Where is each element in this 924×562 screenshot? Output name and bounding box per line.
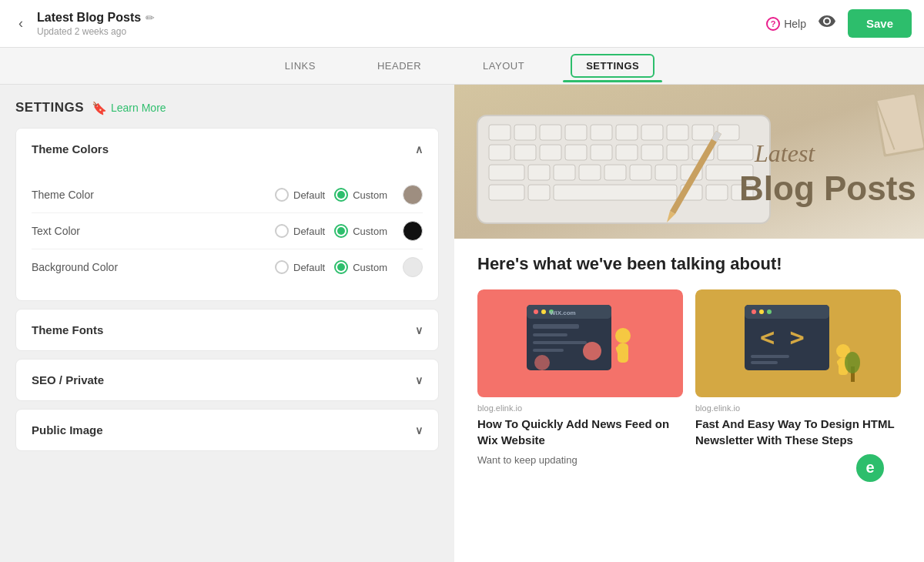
svg-rect-12 — [489, 145, 511, 160]
svg-point-62 — [767, 309, 772, 314]
right-panel: Latest Blog Posts Here's what we've been… — [454, 85, 924, 562]
preview-body: Here's what we've been talking about! — [454, 239, 924, 491]
radio-outer-custom-text — [334, 224, 348, 238]
settings-title: SETTINGS — [15, 100, 84, 115]
help-icon: ? — [766, 17, 780, 31]
svg-rect-25 — [579, 165, 601, 180]
color-row-bg: Background Color Default Custom — [32, 249, 423, 285]
svg-rect-6 — [591, 125, 612, 140]
theme-fonts-header[interactable]: Theme Fonts ∨ — [16, 309, 438, 350]
svg-rect-7 — [616, 125, 638, 140]
seo-private-header[interactable]: SEO / Private ∨ — [16, 360, 438, 400]
help-button[interactable]: ? Help — [766, 17, 806, 31]
color-swatch-theme[interactable] — [403, 185, 423, 205]
back-button[interactable]: ‹ — [12, 12, 29, 35]
theme-fonts-accordion: Theme Fonts ∨ — [15, 309, 439, 351]
color-swatch-text[interactable] — [403, 221, 423, 241]
svg-rect-33 — [554, 185, 677, 200]
color-options-text: Default Custom — [275, 221, 423, 241]
top-bar-left: ‹ Latest Blog Posts ✏ Updated 2 weeks ag… — [12, 11, 155, 37]
theme-colors-header[interactable]: Theme Colors ∧ — [16, 129, 438, 169]
radio-outer-custom-bg — [334, 260, 348, 274]
tab-header[interactable]: HEADER — [346, 51, 452, 81]
svg-rect-49 — [533, 333, 567, 336]
radio-label-default-bg: Default — [293, 262, 325, 273]
svg-rect-15 — [565, 145, 587, 160]
card-desc-1: Want to keep updating — [477, 453, 683, 468]
tab-layout[interactable]: LAYOUT — [452, 51, 555, 81]
color-swatch-bg[interactable] — [403, 257, 423, 277]
color-row-theme: Theme Color Default Custom — [32, 177, 423, 213]
public-image-accordion: Public Image ∨ — [15, 409, 439, 451]
preview-tagline: Here's what we've been talking about! — [477, 254, 901, 274]
radio-custom-bg[interactable]: Custom — [334, 260, 387, 274]
radio-outer-default-bg — [275, 260, 289, 274]
svg-point-53 — [534, 355, 550, 370]
svg-rect-22 — [489, 165, 524, 180]
help-label: Help — [784, 18, 806, 30]
svg-point-60 — [752, 309, 756, 314]
blog-latest-text: Latest — [754, 139, 815, 167]
learn-more-button[interactable]: 🔖 Learn More — [92, 101, 166, 115]
svg-rect-51 — [533, 349, 564, 352]
learn-more-label: Learn More — [111, 102, 166, 114]
preview-button[interactable] — [819, 15, 835, 32]
color-label-text: Text Color — [32, 225, 275, 237]
svg-rect-23 — [528, 165, 550, 180]
blog-cards: WiX.com blog.elink.io How To Quickly Add… — [477, 289, 901, 468]
radio-default-text[interactable]: Default — [275, 224, 325, 238]
svg-rect-9 — [667, 125, 688, 140]
settings-header: SETTINGS 🔖 Learn More — [15, 100, 439, 115]
svg-point-52 — [583, 342, 601, 360]
radio-default-bg[interactable]: Default — [275, 260, 325, 274]
radio-custom-theme[interactable]: Custom — [334, 188, 387, 202]
svg-rect-35 — [706, 185, 728, 200]
card-title-1: How To Quickly Add News Feed on Wix Webs… — [477, 416, 683, 448]
blog-card-1: WiX.com blog.elink.io How To Quickly Add… — [477, 289, 683, 468]
radio-default-theme[interactable]: Default — [275, 188, 325, 202]
page-title: Latest Blog Posts — [37, 11, 141, 25]
svg-point-61 — [759, 309, 764, 314]
svg-rect-5 — [565, 125, 587, 140]
chevron-down-icon-fonts: ∨ — [415, 324, 423, 336]
theme-colors-label: Theme Colors — [32, 142, 109, 156]
chevron-up-icon: ∧ — [415, 143, 423, 156]
svg-rect-28 — [655, 165, 677, 180]
public-image-header[interactable]: Public Image ∨ — [16, 410, 438, 450]
radio-custom-text[interactable]: Custom — [334, 224, 387, 238]
radio-outer-default-text — [275, 224, 289, 238]
radio-label-default-theme: Default — [293, 189, 325, 201]
chevron-down-icon-image: ∨ — [415, 424, 423, 437]
theme-colors-body: Theme Color Default Custom — [16, 169, 438, 300]
svg-rect-48 — [533, 324, 579, 329]
radio-inner-custom-theme — [337, 191, 345, 199]
svg-rect-11 — [718, 125, 739, 140]
edit-icon[interactable]: ✏ — [146, 12, 155, 24]
svg-point-54 — [615, 328, 631, 343]
radio-label-default-text: Default — [293, 226, 325, 237]
page-info: Latest Blog Posts ✏ Updated 2 weeks ago — [37, 11, 155, 37]
card-image-1: WiX.com — [477, 289, 683, 397]
theme-colors-accordion: Theme Colors ∧ Theme Color Default — [15, 128, 439, 301]
wix-illustration: WiX.com — [519, 293, 642, 393]
svg-rect-10 — [692, 125, 714, 140]
svg-rect-31 — [489, 185, 524, 200]
chevron-down-icon-seo: ∨ — [415, 374, 423, 386]
tab-settings[interactable]: SETTINGS — [555, 51, 670, 81]
svg-rect-21 — [718, 145, 753, 160]
left-panel: SETTINGS 🔖 Learn More Theme Colors ∧ The… — [0, 85, 454, 562]
color-label-bg: Background Color — [32, 261, 275, 273]
tab-links[interactable]: LINKS — [254, 51, 346, 81]
save-button[interactable]: Save — [848, 9, 912, 38]
theme-fonts-label: Theme Fonts — [32, 323, 103, 336]
elink-logo: e — [855, 453, 886, 483]
preview-header-image: Latest Blog Posts — [454, 85, 924, 239]
color-options-theme: Default Custom — [275, 185, 423, 205]
svg-rect-4 — [540, 125, 561, 140]
svg-rect-64 — [751, 355, 789, 358]
radio-label-custom-text: Custom — [353, 226, 387, 237]
color-options-bg: Default Custom — [275, 257, 423, 277]
tab-bar: LINKS HEADER LAYOUT SETTINGS — [0, 48, 924, 85]
radio-inner-custom-bg — [337, 263, 345, 271]
card-source-1: blog.elink.io — [477, 403, 683, 413]
